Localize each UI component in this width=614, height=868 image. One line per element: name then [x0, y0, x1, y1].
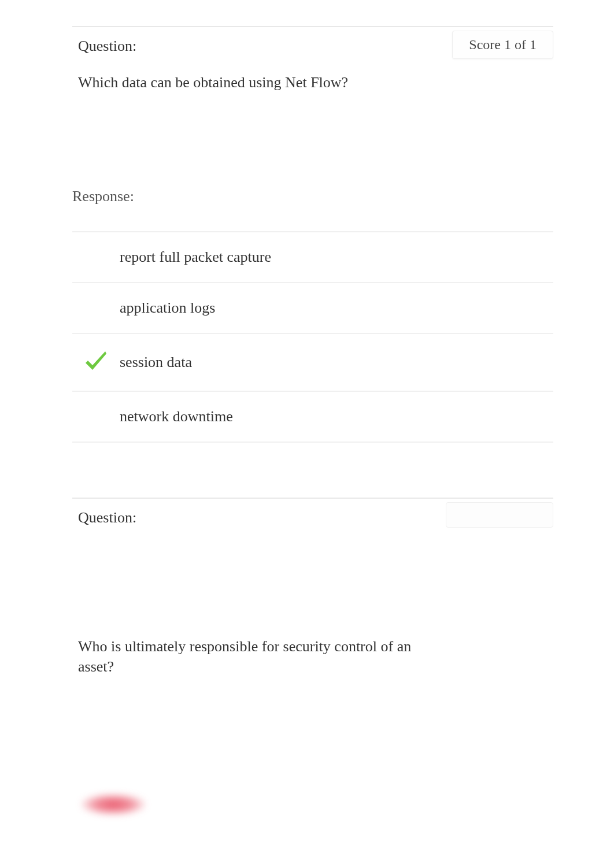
score-badge: Score 1 of 1	[452, 31, 553, 59]
blurred-mark-icon	[81, 793, 146, 815]
answer-list: report full packet capture application l…	[72, 231, 553, 443]
answer-text: network downtime	[120, 408, 233, 425]
response-label: Response:	[72, 188, 553, 205]
answer-option[interactable]: report full packet capture	[72, 231, 553, 283]
question-2: Question: Who is ultimately responsible …	[72, 498, 553, 821]
question-text: Who is ultimately responsible for securi…	[78, 636, 448, 677]
score-badge-empty	[446, 502, 553, 528]
answer-text: application logs	[120, 299, 215, 317]
checkmark-icon	[82, 350, 110, 374]
answer-option[interactable]: application logs	[72, 283, 553, 334]
mark-cell	[72, 350, 120, 374]
question-text: Which data can be obtained using Net Flo…	[78, 72, 448, 92]
question-1: Score 1 of 1 Question: Which data can be…	[72, 26, 553, 443]
answer-text: session data	[120, 354, 192, 371]
answer-option[interactable]: network downtime	[72, 392, 553, 443]
answer-text: report full packet capture	[120, 248, 271, 266]
answer-option[interactable]: session data	[72, 334, 553, 392]
